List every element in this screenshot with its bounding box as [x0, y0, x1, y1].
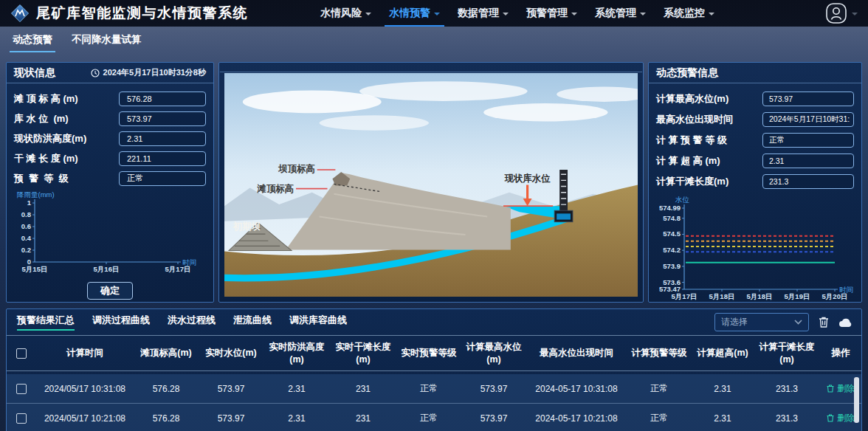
delete-row-label: 删除	[837, 412, 855, 424]
dynamic-info-label: 计 算 预 警 等 级	[656, 134, 727, 147]
table-cell: 2024-05-17 10:31:08	[526, 384, 627, 394]
select-all-checkbox[interactable]	[16, 348, 27, 359]
table-cell: 正常	[396, 382, 461, 395]
nav-item-1[interactable]: 水情预警	[380, 0, 449, 27]
confirm-button[interactable]: 确定	[87, 282, 133, 300]
table-cell: 2.31	[264, 413, 330, 424]
current-info-row-3: 干 滩 长 度 (m)221.11	[7, 148, 213, 168]
trash-icon	[827, 385, 834, 393]
current-status-panel: 现状信息 2024年5月17日10时31分8秒 滩 顶 标 高 (m)576.2…	[6, 62, 214, 303]
delete-row-label: 删除	[837, 382, 855, 395]
table-cell: 正常	[396, 412, 461, 424]
nav-item-2[interactable]: 数据管理	[449, 0, 517, 27]
current-status-fields: 滩 顶 标 高 (m)576.28库 水 位 (m)573.97现状防洪高度(m…	[7, 83, 213, 190]
table-cell: 2.31	[692, 413, 754, 424]
svg-text:574.8: 574.8	[663, 214, 681, 222]
column-header: 计算超高(m)	[692, 347, 754, 359]
subtab-1[interactable]: 不同降水量试算	[71, 31, 142, 49]
column-header: 计算最高水位(m)	[461, 341, 526, 365]
subtab-0[interactable]: 动态预警	[12, 31, 53, 49]
chevron-down-icon	[503, 13, 509, 15]
svg-text:574.2: 574.2	[663, 246, 681, 254]
results-table-body: 2024/05/17 10:31:08576.28573.972.31231正常…	[7, 374, 861, 431]
current-info-value-field[interactable]: 2.31	[119, 131, 206, 146]
result-filter-select[interactable]: 请选择	[714, 313, 809, 331]
column-header: 实时干滩长度(m)	[330, 341, 396, 365]
diagram-panel-divider	[220, 63, 642, 72]
row-checkbox[interactable]	[16, 413, 27, 424]
results-tab-1[interactable]: 调洪过程曲线	[92, 314, 150, 330]
chevron-down-icon	[709, 13, 714, 15]
delete-selected-button[interactable]	[818, 316, 830, 328]
nav-item-5[interactable]: 系统监控	[655, 0, 723, 27]
nav-item-label: 预警管理	[526, 7, 568, 20]
diagram-gauge-pole	[559, 170, 568, 213]
results-tab-2[interactable]: 洪水过程线	[168, 314, 216, 330]
svg-text:0.4: 0.4	[21, 234, 32, 242]
dynamic-info-value-field[interactable]: 2024年5月17日10时31:	[762, 112, 854, 127]
page-title: 尾矿库智能监测与水情预警系统	[36, 4, 248, 23]
svg-text:5月18日: 5月18日	[709, 292, 735, 300]
table-cell: 573.97	[461, 413, 526, 424]
dynamic-info-row-3: 计 算 超 高 (m)2.31	[649, 151, 861, 171]
table-cell: 231	[330, 413, 396, 424]
dynamic-info-value-field[interactable]: 2.31	[762, 154, 854, 168]
dynamic-warning-header: 动态预警信息	[649, 63, 861, 83]
svg-text:573.9: 573.9	[663, 262, 681, 270]
nav-item-0[interactable]: 水情风险	[311, 0, 380, 27]
chevron-down-icon	[640, 13, 646, 15]
select-placeholder: 请选择	[721, 316, 748, 328]
user-menu[interactable]	[825, 2, 858, 24]
clock-icon	[91, 69, 100, 77]
svg-text:时间: 时间	[182, 258, 196, 266]
results-tab-4[interactable]: 调洪库容曲线	[289, 314, 347, 330]
results-tabs: 预警结果汇总调洪过程曲线洪水过程线泄流曲线调洪库容曲线	[17, 314, 347, 330]
current-info-value-field[interactable]: 576.28	[119, 92, 206, 106]
svg-text:574.99: 574.99	[659, 204, 681, 212]
chevron-down-icon	[571, 13, 577, 15]
chevron-down-icon	[365, 13, 371, 15]
dynamic-info-row-1: 最高水位出现时间2024年5月17日10时31:	[649, 109, 861, 130]
nav-item-4[interactable]: 系统管理	[586, 0, 655, 27]
current-info-row-0: 滩 顶 标 高 (m)576.28	[7, 89, 213, 108]
svg-text:0.2: 0.2	[21, 246, 31, 254]
header-checkbox-cell	[7, 348, 36, 359]
dynamic-info-label: 计 算 超 高 (m)	[656, 154, 720, 168]
avatar-icon[interactable]	[825, 2, 847, 24]
dam-cross-section-diagram: 坝顶标高 滩顶标高 初期坝 现状库水位	[224, 73, 638, 297]
export-cloud-button[interactable]	[838, 317, 852, 328]
results-panel: 预警结果汇总调洪过程曲线洪水过程线泄流曲线调洪库容曲线 请选择 计算时间滩顶标高…	[6, 308, 862, 431]
table-cell: 576.28	[134, 384, 199, 394]
row-checkbox[interactable]	[16, 384, 27, 394]
results-tab-3[interactable]: 泄流曲线	[233, 314, 272, 330]
app-logo-icon	[10, 4, 30, 23]
status-timestamp: 2024年5月17日10时31分8秒	[103, 67, 206, 78]
current-info-label: 现状防洪高度(m)	[14, 132, 86, 145]
svg-text:时间: 时间	[839, 286, 853, 294]
trash-icon	[827, 414, 834, 422]
table-cell: 231.3	[754, 413, 820, 424]
dynamic-info-value-field[interactable]: 231.3	[762, 174, 854, 189]
current-info-label: 干 滩 长 度 (m)	[14, 152, 78, 165]
nav-item-label: 系统管理	[595, 7, 636, 20]
main-content: 现状信息 2024年5月17日10时31分8秒 滩 顶 标 高 (m)576.2…	[6, 62, 862, 303]
table-cell: 573.97	[461, 384, 526, 394]
current-info-value-field[interactable]: 221.11	[119, 151, 206, 166]
dam-crest-label: 坝顶标高	[278, 163, 314, 174]
current-info-value-field[interactable]: 573.97	[119, 111, 206, 126]
current-info-label: 滩 顶 标 高 (m)	[14, 92, 78, 106]
current-info-value-field[interactable]: 正常	[119, 171, 206, 186]
sub-tab-bar: 动态预警不同降水量试算	[0, 27, 868, 53]
dynamic-info-value-field[interactable]: 正常	[762, 133, 854, 148]
dynamic-warning-panel: 动态预警信息 计算最高水位(m)573.97最高水位出现时间2024年5月17日…	[648, 62, 862, 303]
dynamic-info-row-4: 计算干滩长度(m)231.3	[649, 171, 861, 192]
results-tab-0[interactable]: 预警结果汇总	[17, 314, 75, 330]
dynamic-info-value-field[interactable]: 573.97	[762, 92, 854, 106]
nav-item-label: 系统监控	[664, 7, 705, 20]
table-cell: 正常	[627, 382, 692, 395]
table-scrollbar[interactable]	[854, 377, 859, 423]
svg-text:0.6: 0.6	[21, 222, 31, 230]
dynamic-info-row-2: 计 算 预 警 等 级正常	[649, 130, 861, 151]
svg-text:5月19日: 5月19日	[785, 292, 810, 300]
nav-item-3[interactable]: 预警管理	[517, 0, 586, 27]
